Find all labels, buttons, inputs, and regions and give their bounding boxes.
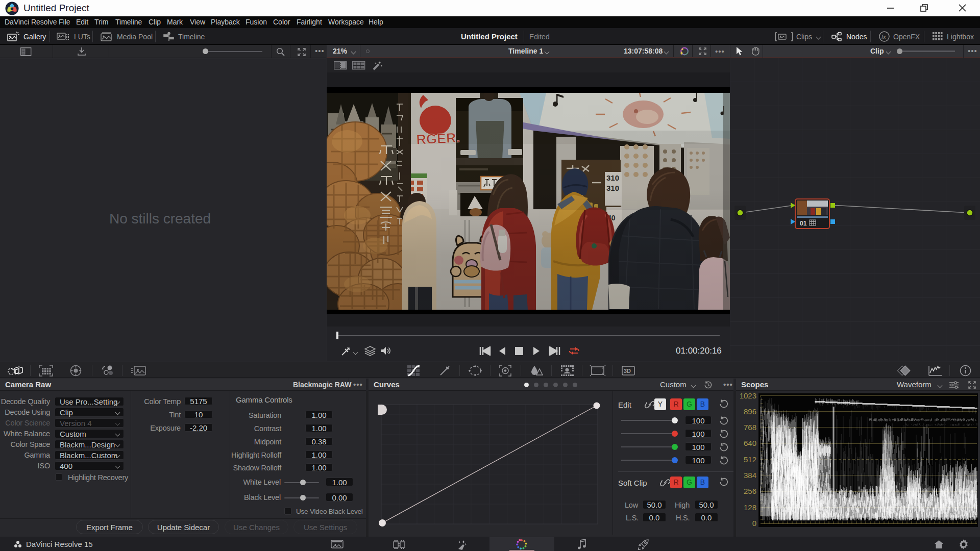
svg-text:128: 128	[744, 503, 756, 512]
svg-text:fx: fx	[881, 34, 886, 40]
svg-text:896: 896	[744, 407, 756, 416]
svg-text:384: 384	[744, 471, 756, 480]
svg-text:768: 768	[744, 423, 756, 432]
svg-text:01: 01	[800, 220, 807, 227]
svg-text:3D: 3D	[624, 368, 631, 374]
svg-text:0: 0	[752, 519, 756, 528]
svg-text:512: 512	[744, 455, 756, 464]
svg-text:256: 256	[744, 487, 756, 495]
svg-text:640: 640	[744, 439, 756, 447]
svg-text:1023: 1023	[740, 391, 756, 400]
